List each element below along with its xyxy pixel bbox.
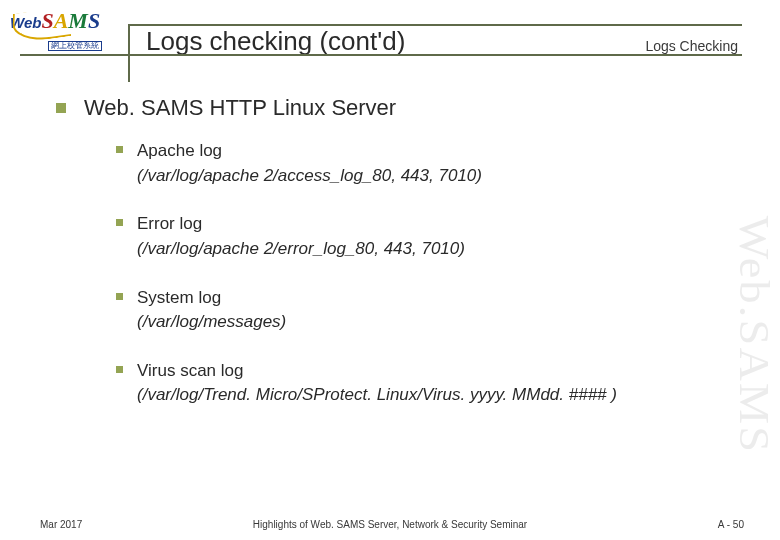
content-area: Web. SAMS HTTP Linux Server Apache log (… [56, 95, 720, 432]
logo: WebSAMS 網上校管系統 [10, 8, 125, 53]
logo-subtitle: 網上校管系統 [48, 41, 102, 51]
footer-title: Highlights of Web. SAMS Server, Network … [0, 519, 780, 530]
list-item: Apache log (/var/log/apache 2/access_log… [116, 139, 720, 188]
bullet-square-icon [116, 146, 123, 153]
section-label: Logs Checking [645, 38, 738, 54]
item-path: (/var/log/apache 2/access_log_80, 443, 7… [137, 164, 720, 189]
footer-page: A - 50 [718, 519, 744, 530]
item-label: Error log [137, 214, 202, 233]
bullet-square-icon [116, 366, 123, 373]
item-path: (/var/log/Trend. Micro/SProtect. Linux/V… [137, 383, 720, 408]
item-path: (/var/log/messages) [137, 310, 720, 335]
list-level1: Web. SAMS HTTP Linux Server [56, 95, 720, 121]
item-label: Virus scan log [137, 361, 243, 380]
level1-heading: Web. SAMS HTTP Linux Server [84, 95, 396, 121]
logo-web-text: Web [10, 14, 41, 31]
item-path: (/var/log/apache 2/error_log_80, 443, 70… [137, 237, 720, 262]
list-item: System log (/var/log/messages) [116, 286, 720, 335]
list-item: Virus scan log (/var/log/Trend. Micro/SP… [116, 359, 720, 408]
item-label: Apache log [137, 141, 222, 160]
watermark: Web.SAMS [734, 170, 774, 500]
bullet-square-icon [56, 103, 66, 113]
title-rule-bottom [20, 54, 742, 56]
list-item: Error log (/var/log/apache 2/error_log_8… [116, 212, 720, 261]
footer: Mar 2017 Highlights of Web. SAMS Server,… [0, 510, 780, 530]
bullet-square-icon [116, 293, 123, 300]
sublist: Apache log (/var/log/apache 2/access_log… [116, 139, 720, 408]
watermark-text: Web.SAMS [730, 216, 778, 454]
item-label: System log [137, 288, 221, 307]
logo-sams-text: SAMS [41, 8, 100, 33]
slide-title: Logs checking (cont'd) [146, 26, 405, 57]
bullet-square-icon [116, 219, 123, 226]
title-rule-vertical [128, 24, 130, 82]
